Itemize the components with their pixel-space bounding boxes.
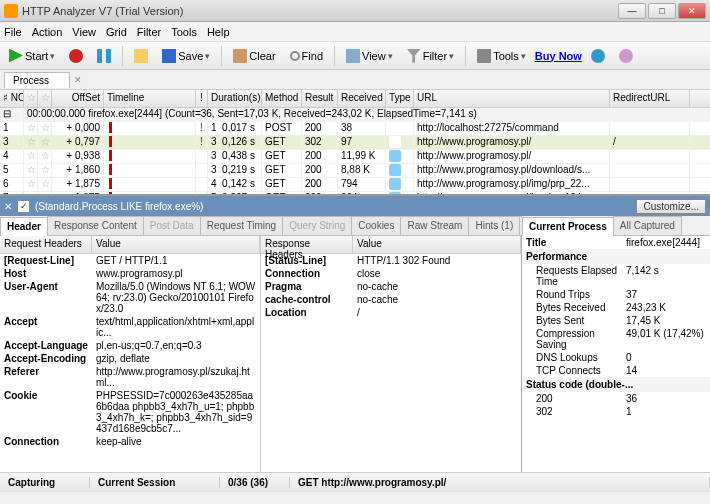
buy-now-link[interactable]: Buy Now — [535, 50, 582, 62]
view-button[interactable]: View▾ — [341, 46, 398, 66]
tab-current-process[interactable]: Current Process — [522, 217, 614, 236]
minimize-button[interactable]: — — [618, 3, 646, 19]
status-capturing: Capturing — [0, 477, 90, 488]
table-row[interactable]: 6☆☆+ 1,8754 0,142 sGET200794http://www.p… — [0, 178, 710, 192]
detail-row: Header Response Content Post Data Reques… — [0, 216, 710, 472]
perf-row: Bytes Sent17,45 K — [522, 314, 710, 327]
col-received[interactable]: Received — [338, 90, 386, 107]
col-timeline[interactable]: Timeline — [104, 90, 196, 107]
broom-icon — [233, 49, 247, 63]
right-pane: Current Process All Captured Titlefirefo… — [522, 216, 710, 472]
funnel-icon — [407, 49, 421, 63]
close-filter-icon[interactable]: ✕ — [4, 201, 12, 212]
header-row: Refererhttp://www.programosy.pl/szukaj.h… — [0, 365, 260, 389]
tab-response-content[interactable]: Response Content — [47, 216, 144, 235]
perf-row: Compression Saving49,01 K (17,42%) — [522, 327, 710, 351]
header-row: [Request-Line]GET / HTTP/1.1 — [0, 254, 260, 267]
col-fav2[interactable]: ☆ — [38, 90, 52, 107]
start-button[interactable]: Start▾ — [4, 46, 60, 66]
stop-button[interactable] — [64, 46, 88, 66]
help-icon — [619, 49, 633, 63]
header-row: Connectionclose — [261, 267, 521, 280]
menu-action[interactable]: Action — [32, 26, 63, 38]
header-row: cache-controlno-cache — [261, 293, 521, 306]
close-button[interactable]: ✕ — [678, 3, 706, 19]
group-row[interactable]: ⊟ 00:00:00.000 firefox.exe[2444] (Count=… — [0, 108, 710, 122]
wrench-icon — [477, 49, 491, 63]
filter-button[interactable]: Filter▾ — [402, 46, 459, 66]
col-result[interactable]: Result — [302, 90, 338, 107]
col-offset[interactable]: OffSet — [52, 90, 104, 107]
play-icon — [9, 49, 23, 63]
col-method[interactable]: Method — [262, 90, 302, 107]
tools-button[interactable]: Tools▾ — [472, 46, 531, 66]
menu-filter[interactable]: Filter — [137, 26, 161, 38]
menu-help[interactable]: Help — [207, 26, 230, 38]
find-button[interactable]: Find — [285, 47, 328, 65]
col-no[interactable]: ♯ NO — [0, 90, 24, 107]
customize-button[interactable]: Customize... — [636, 199, 706, 214]
status-session: Current Session — [90, 477, 220, 488]
open-button[interactable] — [129, 46, 153, 66]
header-row: Accepttext/html,application/xhtml+xml,ap… — [0, 315, 260, 339]
col-fav[interactable]: ☆ — [24, 90, 38, 107]
tab-query-string[interactable]: Query String — [282, 216, 352, 235]
tab-hints[interactable]: Hints (1) — [468, 216, 520, 235]
status-count: 0/36 (36) — [220, 477, 290, 488]
menu-file[interactable]: File — [4, 26, 22, 38]
disk-icon — [162, 49, 176, 63]
help-button[interactable] — [614, 46, 638, 66]
folder-icon — [134, 49, 148, 63]
header-row: Accept-Encodinggzip, deflate — [0, 352, 260, 365]
tab-post-data[interactable]: Post Data — [143, 216, 201, 235]
tab-raw-stream[interactable]: Raw Stream — [400, 216, 469, 235]
col-redirect[interactable]: RedirectURL — [610, 90, 690, 107]
col-url[interactable]: URL — [414, 90, 610, 107]
tab-header[interactable]: Header — [0, 217, 48, 236]
tab-request-timing[interactable]: Request Timing — [200, 216, 283, 235]
toolbar: Start▾ Save▾ Clear Find View▾ Filter▾ To… — [0, 42, 710, 70]
col-flag[interactable]: ! — [196, 90, 208, 107]
menu-grid[interactable]: Grid — [106, 26, 127, 38]
header-split: Request HeadersValue [Request-Line]GET /… — [0, 236, 521, 472]
performance-pane: Titlefirefox.exe[2444] Performance Reque… — [522, 236, 710, 472]
tab-cookies[interactable]: Cookies — [351, 216, 401, 235]
header-row: [Status-Line]HTTP/1.1 302 Found — [261, 254, 521, 267]
right-tabs: Current Process All Captured — [522, 216, 710, 236]
info-button[interactable] — [586, 46, 610, 66]
status-request: GET http://www.programosy.pl/ — [290, 477, 710, 488]
left-tabs: Header Response Content Post Data Reques… — [0, 216, 521, 236]
table-row[interactable]: 4☆☆+ 0,9383 0,438 sGET20011,99 Khttp://w… — [0, 150, 710, 164]
left-pane: Header Response Content Post Data Reques… — [0, 216, 522, 472]
perf-row: Requests Elapsed Time7,142 s — [522, 264, 710, 288]
tab-all-captured[interactable]: All Captured — [613, 216, 682, 235]
window-title: HTTP Analyzer V7 (Trial Version) — [22, 5, 618, 17]
table-row[interactable]: 3☆☆+ 0,797!3 0,126 sGET30297http://www.p… — [0, 136, 710, 150]
maximize-button[interactable]: □ — [648, 3, 676, 19]
table-row[interactable]: 1☆☆+ 0,000!1 0,017 sPOST20038http://loca… — [0, 122, 710, 136]
search-icon — [290, 51, 300, 61]
request-headers-pane: Request HeadersValue [Request-Line]GET /… — [0, 236, 261, 472]
menu-tools[interactable]: Tools — [171, 26, 197, 38]
header-row: Location/ — [261, 306, 521, 319]
status-code-heading: Status code (double-... — [522, 377, 710, 392]
filter-checkbox[interactable]: ✓ — [18, 201, 29, 212]
info-icon — [591, 49, 605, 63]
menubar: File Action View Grid Filter Tools Help — [0, 22, 710, 42]
pause-icon — [97, 49, 111, 63]
pause-button[interactable] — [92, 46, 116, 66]
grid-header: ♯ NO ☆ ☆ OffSet Timeline ! Duration(s) M… — [0, 90, 710, 108]
perf-row: 20036 — [522, 392, 710, 405]
request-grid: ♯ NO ☆ ☆ OffSet Timeline ! Duration(s) M… — [0, 90, 710, 196]
close-tab-icon[interactable]: ✕ — [74, 75, 82, 85]
perf-row: Bytes Received243,23 K — [522, 301, 710, 314]
clear-button[interactable]: Clear — [228, 46, 280, 66]
menu-view[interactable]: View — [72, 26, 96, 38]
header-row: Connectionkeep-alive — [0, 435, 260, 448]
col-duration[interactable]: Duration(s) — [208, 90, 262, 107]
stop-icon — [69, 49, 83, 63]
process-tab[interactable]: Process — [4, 72, 70, 88]
save-button[interactable]: Save▾ — [157, 46, 215, 66]
col-type[interactable]: Type — [386, 90, 414, 107]
table-row[interactable]: 5☆☆+ 1,8603 0,219 sGET2008,88 Khttp://ww… — [0, 164, 710, 178]
